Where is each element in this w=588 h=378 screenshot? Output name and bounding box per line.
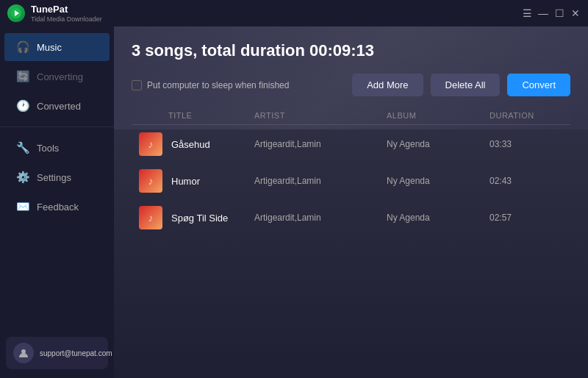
- settings-icon: ⚙️: [16, 171, 29, 184]
- song-artist: Artigeardit,Lamin: [254, 139, 387, 149]
- sidebar-label-music: Music: [37, 42, 62, 53]
- song-table: TITLE ARTIST ALBUM DURATION Gåsehud Arti…: [132, 107, 570, 366]
- song-album: Ny Agenda: [387, 139, 490, 149]
- song-thumbnail: [139, 169, 162, 193]
- feedback-icon: ✉️: [16, 200, 29, 213]
- table-row[interactable]: Gåsehud Artigeardit,Lamin Ny Agenda 03:3…: [132, 126, 570, 162]
- sidebar-label-settings: Settings: [37, 172, 71, 183]
- sidebar-label-converting: Converting: [37, 71, 83, 82]
- sidebar-item-tools[interactable]: 🔧 Tools: [4, 134, 110, 162]
- song-thumbnail: [139, 132, 162, 156]
- content-area: 3 songs, total duration 00:09:13 Put com…: [114, 26, 588, 378]
- sidebar-bottom: support@tunepat.com: [0, 328, 114, 378]
- headphones-icon: 🎧: [16, 40, 29, 54]
- song-album: Ny Agenda: [387, 176, 490, 186]
- sidebar-item-settings[interactable]: ⚙️ Settings: [4, 163, 110, 191]
- sidebar-item-converted[interactable]: 🕐 Converted: [4, 92, 110, 120]
- menu-icon[interactable]: ☰: [522, 8, 532, 18]
- delete-all-button[interactable]: Delete All: [431, 74, 501, 96]
- app-name-block: TunePat Tidal Media Downloader: [31, 4, 102, 23]
- col-header-thumb: [139, 111, 168, 120]
- table-row[interactable]: Humor Artigeardit,Lamin Ny Agenda 02:43: [132, 163, 570, 199]
- song-duration: 02:57: [490, 213, 563, 223]
- song-title: Spøg Til Side: [168, 213, 254, 224]
- sidebar-item-converting: 🔄 Converting: [4, 63, 110, 90]
- user-email: support@tunepat.com: [40, 349, 112, 358]
- sidebar: 🎧 Music 🔄 Converting 🕐 Converted 🔧 Tools…: [0, 26, 114, 378]
- sleep-label: Put computer to sleep when finished: [147, 80, 289, 90]
- sidebar-item-music[interactable]: 🎧 Music: [4, 33, 110, 61]
- col-header-duration: DURATION: [490, 111, 563, 120]
- song-title: Gåsehud: [168, 139, 254, 150]
- sleep-checkbox-wrapper[interactable]: Put computer to sleep when finished: [132, 80, 289, 90]
- song-artist: Artigeardit,Lamin: [254, 213, 387, 223]
- main-layout: 🎧 Music 🔄 Converting 🕐 Converted 🔧 Tools…: [0, 26, 588, 378]
- sleep-checkbox[interactable]: [132, 80, 142, 90]
- toolbar-right: Add More Delete All Convert: [352, 74, 570, 96]
- toolbar: Put computer to sleep when finished Add …: [132, 74, 570, 96]
- maximize-button[interactable]: ☐: [554, 8, 564, 18]
- title-bar-controls: ☰ — ☐ ✕: [522, 8, 581, 18]
- avatar: [13, 343, 34, 363]
- converting-icon: 🔄: [16, 70, 29, 83]
- sidebar-label-tools: Tools: [37, 143, 59, 154]
- minimize-button[interactable]: —: [538, 8, 548, 18]
- col-header-artist: ARTIST: [254, 111, 387, 120]
- sidebar-label-feedback: Feedback: [37, 202, 79, 213]
- sidebar-item-feedback[interactable]: ✉️ Feedback: [4, 193, 110, 221]
- add-more-button[interactable]: Add More: [352, 74, 423, 96]
- toolbar-left: Put computer to sleep when finished: [132, 80, 289, 90]
- app-name: TunePat: [31, 4, 102, 15]
- close-button[interactable]: ✕: [570, 8, 581, 18]
- title-bar-left: TunePat Tidal Media Downloader: [7, 4, 102, 23]
- song-artist: Artigeardit,Lamin: [254, 176, 387, 186]
- app-logo: [7, 4, 25, 22]
- convert-button[interactable]: Convert: [507, 74, 570, 96]
- song-thumbnail: [139, 206, 162, 229]
- table-row[interactable]: Spøg Til Side Artigeardit,Lamin Ny Agend…: [132, 200, 570, 235]
- app-subtitle: Tidal Media Downloader: [31, 15, 102, 23]
- table-header: TITLE ARTIST ALBUM DURATION: [132, 107, 570, 125]
- page-title: 3 songs, total duration 00:09:13: [132, 41, 570, 60]
- song-title: Humor: [168, 176, 254, 187]
- sidebar-divider: [0, 126, 114, 133]
- col-header-title: TITLE: [168, 111, 254, 120]
- song-album: Ny Agenda: [387, 213, 490, 223]
- content-inner: 3 songs, total duration 00:09:13 Put com…: [114, 26, 588, 378]
- tools-icon: 🔧: [16, 141, 29, 154]
- sidebar-label-converted: Converted: [37, 101, 81, 112]
- song-duration: 03:33: [490, 139, 563, 149]
- user-card[interactable]: support@tunepat.com: [6, 337, 108, 369]
- col-header-album: ALBUM: [387, 111, 490, 120]
- title-bar: TunePat Tidal Media Downloader ☰ — ☐ ✕: [0, 0, 588, 26]
- converted-icon: 🕐: [16, 99, 29, 113]
- song-duration: 02:43: [490, 176, 563, 186]
